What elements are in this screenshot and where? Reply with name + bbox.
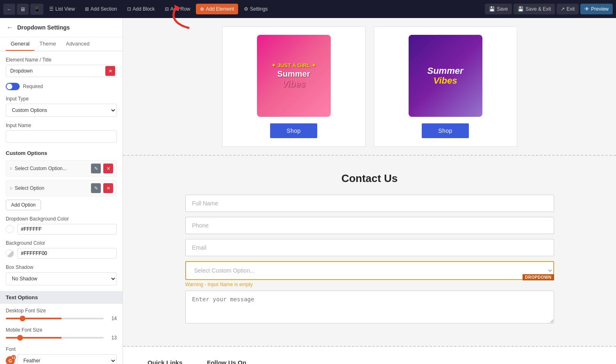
save-button[interactable]: 💾 Save [485,4,512,14]
option-text-1: Select Custom Option... [15,166,89,171]
save-exit-button[interactable]: 💾 Save & Exit [514,4,555,14]
exit-button[interactable]: ↗ Exit [557,4,579,14]
contact-section: Contact Us Select Custom Option... DROPD… [123,155,616,347]
add-element-icon: ⊕ [200,6,204,12]
bg-color-row [6,248,117,259]
desktop-font-size-slider[interactable] [6,318,104,319]
sidebar-title: Dropdown Settings [17,24,70,31]
list-icon: ☰ [49,6,54,12]
sidebar-header: ← Dropdown Settings [0,18,123,37]
save-icon: 💾 [489,6,495,12]
phone-input[interactable] [185,217,554,234]
dropdown-bg-color-group: Dropdown Background Color [6,216,117,234]
full-name-input[interactable] [185,195,554,212]
input-type-label: Input Type [6,96,117,102]
toolbar: ← 🖥 📱 ☰ List View ⊞ Add Section ⊡ Add Bl… [0,0,616,18]
tab-general[interactable]: General [6,37,34,51]
dropdown-wrapper: Select Custom Option... DROPDOWN [185,261,554,280]
element-name-delete-btn[interactable]: ✕ [105,66,115,76]
desktop-font-size-value: 14 [107,316,117,321]
add-section-button[interactable]: ⊞ Add Section [81,4,121,14]
save-exit-icon: 💾 [518,6,524,12]
follow-us-col: Follow Us On f in 📷 ▶ 🐦 G [207,359,292,364]
preview-icon: 👁 [584,6,589,12]
add-row-icon: ⊟ [165,6,169,12]
main-content: ✦ JUST A GIRL ✦SummerVibes Shop SummerVi… [123,18,616,364]
mobile-font-size-group: Mobile Font Size 13 [6,327,117,341]
products-section: ✦ JUST A GIRL ✦SummerVibes Shop SummerVi… [123,18,616,155]
dropdown-bg-color-label: Dropdown Background Color [6,216,117,222]
add-row-button[interactable]: ⊟ Add Row [161,4,195,14]
option-edit-btn-2[interactable]: ✎ [91,183,101,193]
product-image-1: ✦ JUST A GIRL ✦SummerVibes [253,35,335,117]
drag-handle-2[interactable]: ≡ [9,185,12,191]
element-name-group: Element Name / Title ✕ [6,57,117,77]
font-label: Font [6,346,117,352]
font-group: Font G 13 Feather [6,346,117,364]
sidebar-back-button[interactable]: ← [6,23,14,32]
message-textarea[interactable] [185,291,554,323]
add-block-button[interactable]: ⊡ Add Block [123,4,159,14]
dropdown-bg-color-input[interactable] [17,224,117,234]
font-badge-count: 13 [11,355,16,360]
desktop-font-size-row: 14 [6,316,117,321]
required-toggle[interactable] [6,83,20,90]
bg-color-swatch[interactable] [6,249,14,257]
bg-color-label: Background Color [6,240,117,246]
option-row-1: ≡ Select Custom Option... ✎ ✕ [6,160,117,177]
shop-button-1[interactable]: Shop [270,123,317,138]
desktop-view-button[interactable]: 🖥 [17,4,29,15]
add-element-button[interactable]: ⊕ Add Element [196,4,238,14]
input-name-label: Input Name [6,123,117,128]
box-shadow-select[interactable]: No Shadow Small Medium Large [6,272,117,285]
tab-advanced[interactable]: Advanced [61,37,95,51]
font-row: G 13 Feather [6,354,117,364]
desktop-font-size-label: Desktop Font Size [6,308,117,314]
settings-button[interactable]: ⚙ Settings [240,4,272,14]
dropdown-badge: DROPDOWN [523,274,554,280]
tab-theme[interactable]: Theme [34,37,61,51]
element-name-label: Element Name / Title [6,57,117,63]
input-name-input[interactable] [6,130,117,143]
mobile-font-size-label: Mobile Font Size [6,327,117,333]
sidebar-tabs: General Theme Advanced [0,37,123,51]
dropdown-bg-color-row [6,224,117,234]
mobile-view-button[interactable]: 📱 [30,4,43,15]
input-type-select[interactable]: Custom Options Text Email Phone [6,104,117,117]
toolbar-right: 💾 Save 💾 Save & Exit ↗ Exit 👁 Preview [485,4,613,14]
footer-section: Quick Links Home Follow Us On f in 📷 ▶ 🐦… [123,347,616,364]
shop-button-2[interactable]: Shop [422,123,469,138]
add-section-icon: ⊞ [85,6,89,12]
mobile-font-size-slider[interactable] [6,337,104,339]
list-view-button[interactable]: ☰ List View [45,4,79,14]
drag-handle-1[interactable]: ≡ [9,166,12,171]
contact-dropdown[interactable]: Select Custom Option... [185,261,554,280]
required-row: Required [6,83,117,90]
box-shadow-group: Box Shadow No Shadow Small Medium Large [6,264,117,285]
bg-color-input[interactable] [17,248,117,259]
mobile-font-size-value: 13 [107,335,117,341]
required-label: Required [23,84,43,89]
element-name-input[interactable] [6,65,117,77]
warning-text: Warning - Input Name is empty [185,282,554,287]
text-options-section: Text Options [0,291,123,304]
main-layout: ← Dropdown Settings General Theme Advanc… [0,18,616,364]
preview-button[interactable]: 👁 Preview [580,4,613,14]
back-button[interactable]: ← [3,4,15,15]
quick-links-col: Quick Links Home [148,359,182,364]
add-option-button[interactable]: Add Option [6,200,41,210]
product-image-2: SummerVibes [405,35,486,117]
add-block-icon: ⊡ [127,6,131,12]
font-select[interactable]: Feather [17,354,117,364]
option-edit-btn-1[interactable]: ✎ [91,164,101,173]
product-text-1: ✦ JUST A GIRL ✦SummerVibes [271,62,316,89]
sidebar: ← Dropdown Settings General Theme Advanc… [0,18,123,364]
option-row-2: ≡ Select Option ✎ ✕ [6,180,117,196]
option-delete-btn-2[interactable]: ✕ [103,183,113,193]
quick-links-heading: Quick Links [148,359,182,364]
font-badge: G 13 [6,356,15,364]
dropdown-bg-color-swatch[interactable] [6,225,14,233]
option-delete-btn-1[interactable]: ✕ [103,164,113,173]
email-input[interactable] [185,239,554,256]
input-type-group: Input Type Custom Options Text Email Pho… [6,96,117,117]
